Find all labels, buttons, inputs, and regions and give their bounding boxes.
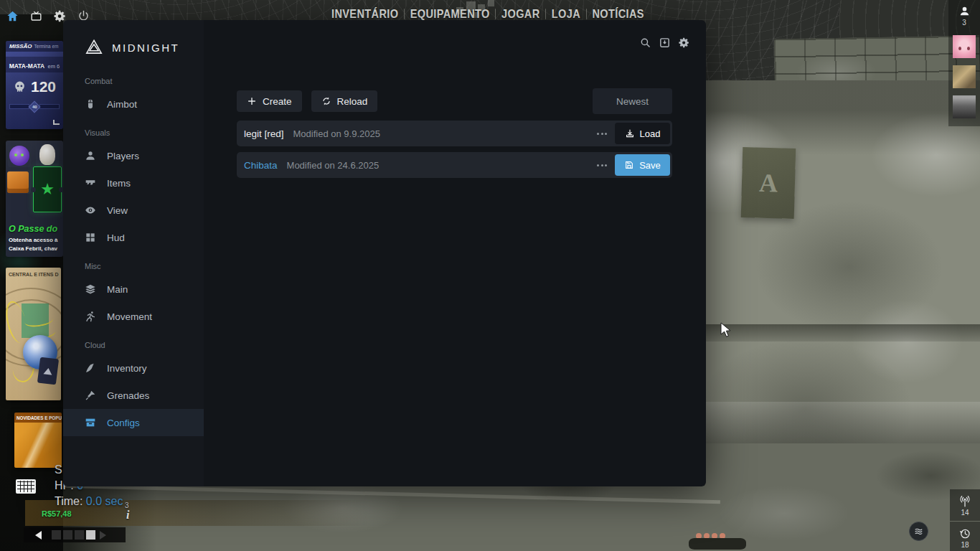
friends-count: 3 <box>962 19 966 27</box>
config-row-chibata[interactable]: Chibata Modified on 24.6.2025 Save <box>237 152 672 178</box>
gear-icon[interactable] <box>678 37 690 49</box>
sidebar-item-view[interactable]: View <box>63 197 204 224</box>
sidebar-item-aimbot[interactable]: Aimbot <box>63 90 204 118</box>
mission-kills: 120 <box>31 78 56 95</box>
sidebar-item-label: Movement <box>107 311 152 322</box>
friends-counter[interactable]: 3 <box>951 4 977 34</box>
sidebar-item-movement[interactable]: Movement <box>63 303 204 330</box>
weapon-corner-mark <box>53 120 60 125</box>
create-button[interactable]: Create <box>237 90 302 112</box>
mission-mode-rest: em 6 <box>48 63 60 70</box>
layers-icon <box>85 283 96 295</box>
screen: A INVENTÁRIO EQUIPAMENTO JOGAR LOJA NOTÍ… <box>0 0 980 551</box>
history-widget[interactable]: 18 <box>950 522 980 551</box>
mouse-icon <box>85 98 96 110</box>
signal-circle-button[interactable] <box>909 522 928 541</box>
mission-title: MISSÃO <box>9 43 32 50</box>
panel-carousel <box>24 527 126 542</box>
sidebar-item-configs[interactable]: Configs <box>63 409 204 436</box>
sidebar-item-items[interactable]: Items <box>63 169 204 197</box>
sidebar-item-main[interactable]: Main <box>63 276 204 303</box>
reload-button[interactable]: Reload <box>311 90 378 112</box>
load-button[interactable]: Load <box>615 123 670 144</box>
sidebar-item-label: Inventory <box>107 363 147 374</box>
configs-rows: legit [red] Modified on 9.9.2025 Load Ch… <box>237 121 672 178</box>
carousel-prev-arrow[interactable] <box>35 531 42 540</box>
reload-icon <box>321 96 331 106</box>
plus-icon <box>247 96 257 106</box>
hud-time-label: Time: <box>55 495 83 507</box>
broadcast-icon <box>958 495 971 508</box>
friend-avatar-3[interactable] <box>953 95 976 118</box>
news-image <box>14 423 62 468</box>
runner-icon <box>85 311 96 322</box>
carousel-next-arrow[interactable] <box>100 531 106 540</box>
config-row-legit[interactable]: legit [red] Modified on 9.9.2025 Load <box>237 121 672 146</box>
mission-progress-value: 40 <box>32 105 37 109</box>
pass-desc-1: Obtenha acesso à <box>9 237 57 243</box>
save-floppy-icon <box>624 160 634 170</box>
pistol-icon <box>85 177 96 189</box>
archive-icon <box>85 417 96 428</box>
configs-list-area: Create Reload Newest legit [red] Modifie… <box>237 88 672 184</box>
hud-speed-label: S <box>55 463 62 476</box>
person-icon <box>85 150 96 161</box>
skull-icon <box>13 80 27 94</box>
home-icon[interactable] <box>6 9 19 23</box>
config-modified: Modified on 24.6.2025 <box>287 160 380 171</box>
sort-dropdown[interactable]: Newest <box>593 88 672 114</box>
brand-name: MIDNIGHT <box>112 42 179 54</box>
midnight-logo-icon <box>85 38 103 57</box>
carousel-dot[interactable] <box>52 530 61 540</box>
grid-icon <box>85 232 96 243</box>
save-button[interactable]: Save <box>615 154 670 176</box>
sidebar-nav: Combat Aimbot Visuals Players Items View <box>63 66 204 436</box>
item-crate <box>7 171 29 193</box>
pass-ticket: ★ <box>33 166 62 212</box>
broadcast-widget[interactable]: 14 <box>950 489 980 521</box>
central-team-badge <box>37 357 59 385</box>
nav-equipamento[interactable]: EQUIPAMENTO <box>410 7 490 20</box>
sidebar-item-label: Items <box>107 178 131 189</box>
sidebar-item-players[interactable]: Players <box>63 142 204 169</box>
central-items-panel[interactable]: CENTRAL E ITENS D <box>6 268 61 400</box>
news-title: NOVIDADES E POPUL <box>17 415 62 420</box>
nav-inventario[interactable]: INVENTÁRIO <box>331 7 398 20</box>
news-panel[interactable]: NOVIDADES E POPUL <box>14 413 62 468</box>
sidebar-item-label: Hud <box>107 232 125 243</box>
player-feet <box>689 533 746 551</box>
nav-noticias[interactable]: NOTÍCIAS <box>592 7 644 20</box>
sidebar-item-inventory[interactable]: Inventory <box>63 354 204 382</box>
brand: MIDNIGHT <box>63 37 204 57</box>
carousel-dot[interactable] <box>63 530 72 540</box>
search-icon[interactable] <box>639 37 651 49</box>
configs-content: Create Reload Newest legit [red] Modifie… <box>204 20 706 486</box>
dagger-icon <box>85 390 96 401</box>
sort-dropdown-value: Newest <box>616 96 649 107</box>
menu-sidebar: MIDNIGHT Combat Aimbot Visuals Players I… <box>63 20 204 486</box>
section-visuals: Visuals <box>63 118 204 142</box>
eye-icon <box>85 204 96 216</box>
section-cloud: Cloud <box>63 330 204 354</box>
battle-pass-panel[interactable]: ★ O Passe do Obtenha acesso à Caixa Febr… <box>6 141 63 257</box>
display-icon[interactable] <box>29 9 43 23</box>
nav-jogar[interactable]: JOGAR <box>501 7 540 20</box>
sidebar-item-label: Configs <box>107 418 140 428</box>
mission-panel[interactable]: MISSÃO Termina em MATA-MATA em 6 120 40 <box>6 41 63 129</box>
carousel-dot-active[interactable] <box>86 530 95 540</box>
mission-progress-bar: 40 <box>9 104 60 109</box>
friend-avatar-2[interactable] <box>953 65 976 88</box>
sidebar-item-grenades[interactable]: Grenades <box>63 382 204 409</box>
background-concrete-wall <box>689 80 980 453</box>
item-white-charm <box>39 144 55 165</box>
import-icon[interactable] <box>659 37 671 49</box>
friend-avatar-1[interactable] <box>953 35 976 58</box>
content-topbar <box>639 37 690 49</box>
more-dots-icon[interactable] <box>589 133 615 135</box>
nav-loja[interactable]: LOJA <box>552 7 580 20</box>
history-clock-icon <box>958 527 971 540</box>
sidebar-item-hud[interactable]: Hud <box>63 224 204 251</box>
more-dots-icon[interactable] <box>589 164 615 166</box>
central-title: CENTRAL E ITENS D <box>9 272 59 277</box>
carousel-dot[interactable] <box>75 530 84 540</box>
